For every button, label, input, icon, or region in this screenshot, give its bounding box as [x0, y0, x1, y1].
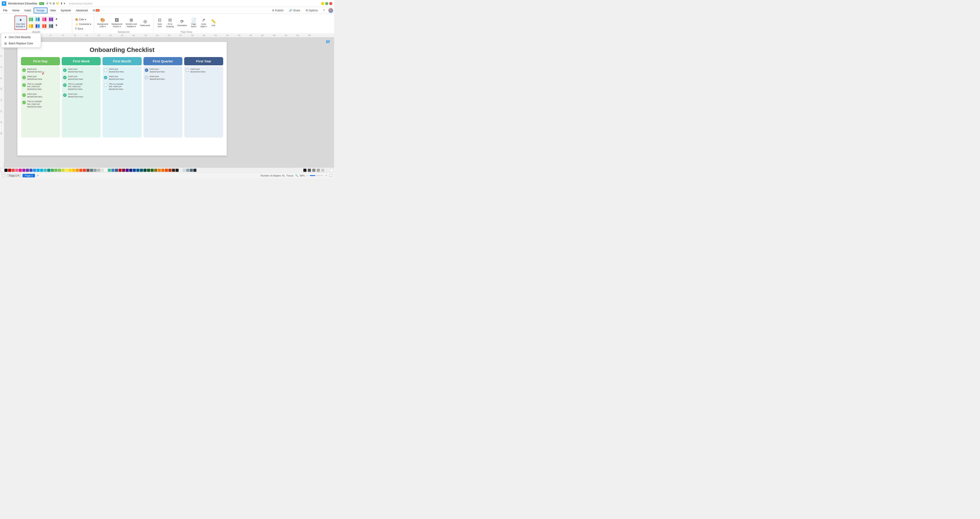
- page-tab-1[interactable]: Page-1 ▾: [7, 174, 21, 177]
- color-swatch-indigo[interactable]: [29, 169, 32, 172]
- menu-item-symbols[interactable]: Symbols: [59, 8, 73, 13]
- color-swatch-dark-blue[interactable]: [115, 169, 118, 172]
- color-swatch-grey2[interactable]: [317, 169, 320, 172]
- color-swatch-yellow-lime[interactable]: [62, 169, 65, 172]
- color-swatch-pink[interactable]: [15, 169, 18, 172]
- focus-label[interactable]: Focus: [286, 174, 293, 177]
- active-page-tab[interactable]: Page-1: [22, 174, 35, 177]
- export-icon[interactable]: ⬆: [60, 2, 63, 5]
- style-btn-3[interactable]: [41, 16, 48, 22]
- color-swatch-lightgrey[interactable]: [97, 169, 100, 172]
- color-swatch-yellow[interactable]: [65, 169, 68, 172]
- color-swatch-dark-deeporange[interactable]: [165, 169, 168, 172]
- color-swatch-very-dark-blue-grey[interactable]: [193, 169, 196, 172]
- color-swatch-white[interactable]: [1, 169, 4, 172]
- color-swatch-lightgrey2[interactable]: [321, 169, 324, 172]
- folder-icon[interactable]: 📁: [56, 2, 59, 5]
- color-swatch-hotpink[interactable]: [19, 169, 22, 172]
- style-btn-4[interactable]: [48, 16, 54, 22]
- color-swatch-dark-cyan[interactable]: [140, 169, 143, 172]
- jump-style-button[interactable]: ↗ JumpStyle ▾: [199, 17, 208, 29]
- close-button[interactable]: [329, 2, 332, 5]
- color-swatch-dark-orange[interactable]: [161, 169, 164, 172]
- menu-item-file[interactable]: File: [1, 8, 10, 13]
- color-swatch-medium-blue[interactable]: [111, 169, 115, 172]
- color-swatch-lightgreen[interactable]: [54, 169, 57, 172]
- help-btn[interactable]: ?: [321, 8, 326, 13]
- style-btn-7[interactable]: [41, 23, 48, 29]
- color-swatch-lime[interactable]: [58, 169, 61, 172]
- color-swatch-black2[interactable]: [303, 169, 307, 172]
- color-swatch-dark-lightgreen[interactable]: [151, 169, 154, 172]
- fullscreen-btn[interactable]: ⛶: [329, 174, 332, 177]
- color-swatch-deeppurple[interactable]: [26, 169, 29, 172]
- color-swatch-deep-orange[interactable]: [79, 169, 83, 172]
- color-swatch-near-black[interactable]: [175, 169, 179, 172]
- menu-item-insert[interactable]: Insert: [22, 8, 33, 13]
- color-swatch-very-light-blue[interactable]: [179, 169, 182, 172]
- color-swatch-dark-green[interactable]: [147, 169, 150, 172]
- color-swatch-dark-teal[interactable]: [143, 169, 146, 172]
- color-swatch-blue[interactable]: [33, 169, 36, 172]
- color-swatch-dark-lightblue[interactable]: [136, 169, 139, 172]
- style-btn-8[interactable]: [48, 23, 54, 29]
- bg-picture-button[interactable]: 🖼 BackgroundPicture ▾: [110, 17, 124, 29]
- menu-item-design[interactable]: Design: [33, 8, 47, 13]
- color-swatch-orange[interactable]: [76, 169, 79, 172]
- options-btn[interactable]: ⚙ Options: [304, 8, 320, 13]
- unit-button[interactable]: 📏 Unit: [209, 18, 218, 28]
- color-swatch-darkgrey[interactable]: [308, 169, 311, 172]
- color-swatch-purple[interactable]: [22, 169, 25, 172]
- style-btn-2[interactable]: [35, 16, 41, 22]
- add-page-btn[interactable]: ＋: [36, 174, 40, 178]
- menu-item-view[interactable]: View: [48, 8, 58, 13]
- borders-button[interactable]: ⊞ Borders andHeaders ▾: [124, 17, 138, 29]
- color-swatch-dark-lime[interactable]: [154, 169, 157, 172]
- share-btn[interactable]: 🔗 Share: [287, 8, 302, 13]
- color-swatch-grey[interactable]: [94, 169, 97, 172]
- color-swatch-dark-blue2[interactable]: [133, 169, 136, 172]
- color-swatch-lightblue[interactable]: [37, 169, 40, 172]
- orientation-button[interactable]: ⟳ Orientation: [176, 18, 188, 28]
- zoom-in-btn[interactable]: ＋: [325, 174, 328, 177]
- dropdown-one-click-beautify[interactable]: ✦ One Click Beautify: [1, 34, 41, 40]
- redo-icon[interactable]: ↻: [49, 2, 52, 5]
- color-swatch-dark-purple[interactable]: [126, 169, 129, 172]
- color-swatch-mint[interactable]: [108, 169, 111, 172]
- page-size-button[interactable]: 📄 PageSize ▾: [189, 17, 198, 29]
- color-swatch-dark-brown[interactable]: [172, 169, 175, 172]
- color-swatch-dark-pink[interactable]: [122, 169, 125, 172]
- maximize-button[interactable]: [325, 2, 328, 5]
- color-swatch-red[interactable]: [11, 169, 15, 172]
- text-btn[interactable]: T Text ▾: [74, 27, 92, 31]
- color-swatch-brown[interactable]: [86, 169, 89, 172]
- style-btn-6[interactable]: [35, 23, 41, 29]
- connector-btn[interactable]: ⚡ Connector ▾: [74, 22, 92, 26]
- color-swatch-dark-amber[interactable]: [158, 169, 161, 172]
- minimize-button[interactable]: [321, 2, 324, 5]
- page-tab-dropdown[interactable]: ▾: [18, 174, 19, 177]
- watermark-button[interactable]: ◎ Watermark: [139, 18, 151, 28]
- color-swatch-teal2[interactable]: [47, 169, 50, 172]
- color-swatch-black[interactable]: [5, 169, 8, 172]
- color-swatch-medium-blue-grey[interactable]: [186, 169, 189, 172]
- style-btn-1[interactable]: [28, 16, 34, 22]
- user-avatar[interactable]: [328, 8, 333, 13]
- fit-to-drawing-button[interactable]: ⊟ Fit toDrawing: [165, 17, 175, 29]
- color-swatch-verylightgrey[interactable]: [326, 169, 329, 172]
- color-swatch-darkred[interactable]: [8, 169, 11, 172]
- color-swatch-red2[interactable]: [83, 169, 86, 172]
- dropdown-batch-replace[interactable]: ⊞ Batch Replace Color: [1, 40, 41, 46]
- zoom-out-btn[interactable]: −: [307, 174, 308, 177]
- color-swatch-bluegrey[interactable]: [90, 169, 93, 172]
- color-swatch-dark-blue-grey[interactable]: [190, 169, 193, 172]
- color-swatch-teal[interactable]: [44, 169, 47, 172]
- more-icon[interactable]: ▾: [64, 2, 65, 5]
- color-swatch-very-dark-red[interactable]: [118, 169, 122, 172]
- color-swatch-orange-amber[interactable]: [72, 169, 75, 172]
- color-swatch-medgrey[interactable]: [312, 169, 315, 172]
- color-swatch-cyan[interactable]: [40, 169, 43, 172]
- color-swatch-amber[interactable]: [68, 169, 72, 172]
- color-btn[interactable]: 🎨 Color ▾: [74, 18, 92, 22]
- zoom-slider[interactable]: [310, 175, 323, 176]
